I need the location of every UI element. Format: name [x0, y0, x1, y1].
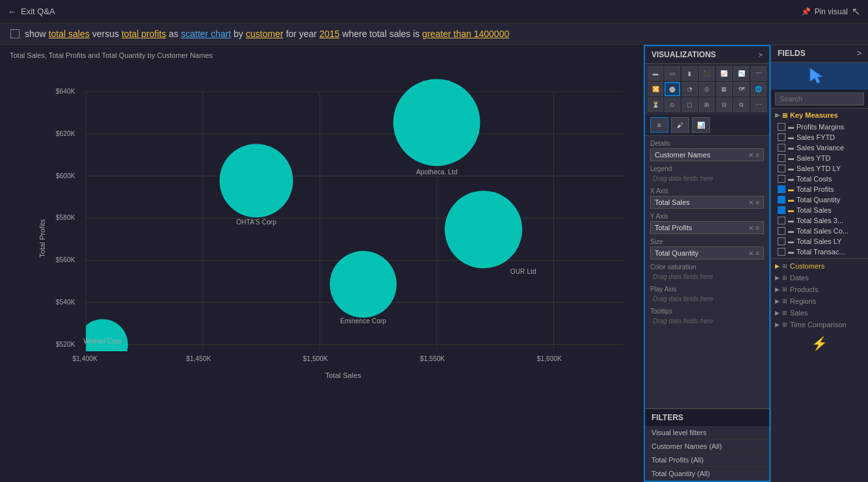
bubble-eminence[interactable]: [330, 251, 397, 318]
regions-label: Regions: [790, 297, 816, 305]
customer-names-remove[interactable]: ✕ ≡: [748, 152, 759, 159]
fields-search-input[interactable]: [775, 92, 864, 105]
total-sales-co-checkbox: [778, 227, 785, 235]
query-word-total-sales: total sales: [49, 29, 90, 39]
scatter-icon[interactable]: ⬤: [664, 82, 680, 96]
card-icon[interactable]: ▢: [682, 98, 698, 112]
sales-variance-label: Sales Variance: [796, 144, 844, 152]
xaxis-label: X Axis: [650, 186, 764, 196]
time-comparison-expand-arrow: ▶: [775, 321, 780, 328]
query-word-show: show: [25, 29, 46, 39]
filter-visual-level[interactable]: Visual level filters: [645, 426, 769, 440]
sales-ytd-ly-label: Sales YTD LY: [796, 165, 841, 172]
ribbon-icon[interactable]: 🔀: [648, 82, 663, 96]
matrix-icon[interactable]: ⊟: [717, 98, 732, 112]
size-field[interactable]: Total Quantity ✕ ≡: [650, 247, 764, 260]
sales-section-header[interactable]: ▶ ⊞ Sales: [771, 307, 868, 319]
regions-table-icon: ⊞: [782, 298, 787, 304]
size-remove[interactable]: ✕ ≡: [748, 250, 759, 257]
yaxis-field[interactable]: Total Profits ✕ ≡: [650, 221, 764, 234]
customer-names-field[interactable]: Customer Names ✕ ≡: [650, 148, 764, 161]
sales-fytd-label: Sales FYTD: [796, 133, 835, 141]
field-type-icon-4: ▬: [788, 155, 794, 161]
chart-container: Total Profits $640K $620K $600K $580K $5…: [36, 62, 637, 453]
field-sales-ytd-ly[interactable]: ▬ Sales YTD LY: [771, 163, 868, 174]
more-visuals-icon[interactable]: ⋯: [751, 98, 767, 112]
right-panels: VISUALIZATIONS > ▬ ▭ ▮ ⬛ 📈 📉 〰 🔀 ⬤ ◔ ◎ ▦…: [644, 45, 868, 482]
slicer-icon[interactable]: ⧉: [733, 98, 749, 112]
map-icon[interactable]: 🗺: [733, 82, 749, 96]
clustered-bar-icon[interactable]: ▭: [664, 66, 680, 81]
field-sales-ytd[interactable]: ▬ Sales YTD: [771, 153, 868, 163]
sales-ytd-ly-checkbox: [778, 165, 785, 172]
field-total-profits[interactable]: ▬ Total Profits: [771, 184, 868, 194]
format-tab-icon[interactable]: 🖌: [671, 117, 689, 133]
top-bar: ← Exit Q&A 📌 Pin visual ↖: [0, 0, 868, 23]
filter-customer-names[interactable]: Customer Names (All): [645, 440, 769, 453]
table-icon[interactable]: ⊞: [699, 98, 715, 112]
pin-visual-button[interactable]: Pin visual: [815, 7, 848, 16]
field-total-sales[interactable]: ▬ Total Sales: [771, 205, 868, 215]
svg-text:$640K: $640K: [56, 88, 75, 95]
size-value: Total Quantity: [655, 249, 698, 257]
exit-button[interactable]: Exit Q&A: [21, 7, 55, 16]
filled-map-icon[interactable]: 🌐: [751, 82, 767, 96]
visualizations-expand[interactable]: >: [759, 51, 763, 59]
time-comparison-section-header[interactable]: ▶ ⊞ Time Comparison: [771, 319, 868, 330]
field-total-quantity[interactable]: ▬ Total Quantity: [771, 194, 868, 205]
sales-variance-checkbox: [778, 144, 785, 152]
products-section-header[interactable]: ▶ ⊞ Products: [771, 284, 868, 295]
area-icon[interactable]: 📉: [733, 66, 749, 81]
filters-panel: FILTERS Visual level filters Customer Na…: [645, 408, 769, 481]
gauge-icon[interactable]: ⊙: [664, 98, 680, 112]
key-measures-icon: ⊞: [782, 112, 787, 119]
svg-text:$580K: $580K: [56, 214, 75, 221]
dates-expand-arrow: ▶: [775, 274, 780, 281]
fields-tab-icon[interactable]: ≡: [650, 117, 668, 133]
xaxis-group: X Axis Total Sales ✕ ≡: [650, 186, 764, 209]
analytics-tab-icon[interactable]: 📊: [692, 117, 710, 133]
field-total-sales-ly[interactable]: ▬ Total Sales LY: [771, 236, 868, 247]
dates-section-header[interactable]: ▶ ⊞ Dates: [771, 272, 868, 284]
svg-text:OUR Ltd: OUR Ltd: [510, 268, 536, 275]
size-group: Size Total Quantity ✕ ≡: [650, 237, 764, 260]
field-profits-margins[interactable]: ▬ Profits Margins: [771, 122, 868, 132]
donut-icon[interactable]: ◎: [699, 82, 715, 96]
yaxis-remove[interactable]: ✕ ≡: [748, 224, 759, 232]
query-bar: show total sales versus total profits as…: [0, 23, 868, 45]
field-total-sales-3[interactable]: ▬ Total Sales 3...: [771, 215, 868, 226]
field-total-costs[interactable]: ▬ Total Costs: [771, 174, 868, 184]
regions-section-header[interactable]: ▶ ⊞ Regions: [771, 295, 868, 307]
line-icon[interactable]: 📈: [717, 66, 732, 81]
key-measures-header[interactable]: ▶ ⊞ Key Measures: [771, 109, 868, 122]
xaxis-field[interactable]: Total Sales ✕ ≡: [650, 196, 764, 209]
field-total-transac[interactable]: ▬ Total Transac...: [771, 247, 868, 257]
filter-total-quantity[interactable]: Total Quantity (All): [645, 467, 769, 481]
stacked-column-icon[interactable]: ▮: [682, 66, 698, 81]
visualizations-panel: VISUALIZATIONS > ▬ ▭ ▮ ⬛ 📈 📉 〰 🔀 ⬤ ◔ ◎ ▦…: [644, 45, 770, 482]
field-sales-variance[interactable]: ▬ Sales Variance: [771, 142, 868, 153]
svg-text:OHTA'S Corp: OHTA'S Corp: [236, 219, 276, 226]
xaxis-remove[interactable]: ✕ ≡: [748, 199, 759, 206]
total-transac-checkbox: [778, 248, 785, 256]
viz-icons-grid: ▬ ▭ ▮ ⬛ 📈 📉 〰 🔀 ⬤ ◔ ◎ ▦ 🗺 🌐 ⏳ ⊙ ▢ ⊞ ⊟ ⧉: [645, 64, 769, 114]
bubble-ohtas[interactable]: [220, 144, 293, 217]
fields-expand[interactable]: >: [857, 49, 861, 58]
funnel-icon[interactable]: ⏳: [648, 98, 663, 112]
field-total-sales-co[interactable]: ▬ Total Sales Co...: [771, 226, 868, 236]
bubble-apotheca[interactable]: [393, 79, 480, 167]
svg-text:Eminence Corp: Eminence Corp: [340, 317, 386, 325]
treemap-icon[interactable]: ▦: [717, 82, 732, 96]
customers-section-header[interactable]: ▶ ⊞ Customers: [771, 260, 868, 272]
fields-list: ▶ ⊞ Key Measures ▬ Profits Margins ▬ Sal…: [771, 109, 868, 482]
bubble-our-ltd[interactable]: [445, 191, 522, 268]
filter-total-profits[interactable]: Total Profits (All): [645, 453, 769, 467]
total-quantity-label: Total Quantity: [796, 196, 840, 204]
stacked-bar-icon[interactable]: ▬: [648, 66, 663, 81]
query-checkbox[interactable]: [10, 29, 20, 38]
clustered-column-icon[interactable]: ⬛: [699, 66, 715, 81]
pie-icon[interactable]: ◔: [682, 82, 698, 96]
line-cluster-icon[interactable]: 〰: [751, 66, 767, 81]
field-sales-fytd[interactable]: ▬ Sales FYTD: [771, 132, 868, 142]
field-type-icon-7: ▬: [788, 186, 794, 193]
